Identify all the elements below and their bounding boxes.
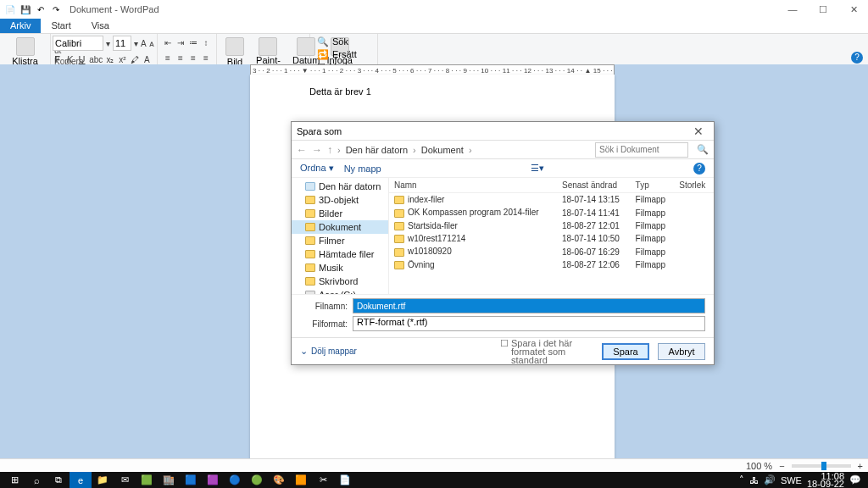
breadcrumb-item[interactable]: Den här datorn (346, 145, 408, 155)
tree-item[interactable]: Skrivbord (292, 274, 388, 288)
table-row[interactable]: index-filer18-07-14 13:15Filmapp (389, 193, 714, 207)
indent-increase-icon[interactable]: ⇥ (175, 36, 186, 49)
font-size-input[interactable] (113, 36, 131, 51)
view-options-icon[interactable]: ☰▾ (531, 163, 544, 174)
nav-back-icon[interactable]: ← (297, 144, 307, 156)
quick-access-toolbar: 📄 💾 ↶ ↷ (3, 3, 63, 16)
col-name[interactable]: Namn (389, 178, 557, 193)
new-folder-button[interactable]: Ny mapp (344, 164, 381, 174)
align-justify-icon[interactable]: ≡ (201, 51, 211, 64)
title-bar: 📄 💾 ↶ ↷ Dokument - WordPad — ☐ ✕ (0, 0, 868, 19)
taskbar-app[interactable]: 🔵 (224, 472, 246, 488)
taskbar-app[interactable]: 🟢 (246, 472, 268, 488)
nav-forward-icon[interactable]: → (312, 144, 322, 156)
taskbar-app[interactable]: 🟩 (136, 472, 158, 488)
align-left-icon[interactable]: ≡ (163, 51, 173, 64)
close-button[interactable]: ✕ (846, 4, 861, 15)
taskview-button[interactable]: ⧉ (47, 472, 70, 488)
shrink-font-icon[interactable]: ᴀ (149, 36, 154, 50)
line-spacing-icon[interactable]: ↕ (201, 36, 211, 49)
minimize-button[interactable]: — (785, 4, 800, 15)
col-date[interactable]: Senast ändrad (557, 178, 631, 193)
format-select[interactable]: RTF-format (*.rtf) (353, 316, 705, 331)
zoom-slider[interactable] (792, 464, 851, 468)
paint-icon (259, 37, 277, 56)
tray-volume-icon[interactable]: 🔊 (764, 474, 776, 485)
tray-chevron-icon[interactable]: ˄ (739, 474, 744, 485)
table-row[interactable]: Startsida-filer18-08-27 12:01Filmapp (389, 219, 714, 232)
taskbar-app[interactable]: ✂ (312, 472, 334, 488)
grow-font-icon[interactable]: A (141, 36, 147, 50)
taskbar-app[interactable]: 🟪 (202, 472, 224, 488)
maximize-button[interactable]: ☐ (815, 4, 831, 15)
table-row[interactable]: Övning18-08-27 12:06Filmapp (389, 258, 714, 271)
tab-start[interactable]: Start (41, 19, 81, 33)
zoom-out-button[interactable]: − (779, 461, 784, 471)
tab-file[interactable]: Arkiv (0, 19, 41, 33)
hide-folders-button[interactable]: Dölj mappar (311, 347, 357, 356)
taskbar: ⊞ ⌕ ⧉ e 📁 ✉ 🟩 🏬 🟦 🟪 🔵 🟢 🎨 🟧 ✂ 📄 ˄ 🖧 🔊 SW… (0, 472, 868, 488)
filename-input[interactable] (353, 298, 705, 313)
col-type[interactable]: Typ (631, 178, 675, 193)
ribbon-tabs: Arkiv Start Visa (0, 19, 868, 34)
search-button[interactable]: ⌕ (25, 472, 47, 488)
status-bar: 100 % − + (0, 458, 868, 472)
tree-item[interactable]: Dokument (292, 220, 388, 234)
chevron-down-icon[interactable]: ▾ (106, 36, 110, 50)
chevron-down-icon[interactable]: ▾ (134, 36, 138, 50)
tab-view[interactable]: Visa (81, 19, 120, 33)
table-row[interactable]: OK Kompassen program 2014-filer18-07-14 … (389, 206, 714, 219)
search-icon: 🔍 (317, 36, 329, 47)
tray-notifications-icon[interactable]: 💬 (849, 474, 861, 485)
search-icon[interactable]: 🔍 (697, 144, 709, 155)
taskbar-app[interactable]: 🏬 (158, 472, 180, 488)
align-right-icon[interactable]: ≡ (188, 51, 198, 64)
help-button[interactable]: ? (851, 52, 863, 64)
list-icon[interactable]: ≔ (188, 36, 198, 49)
tree-item[interactable]: Acer (C:) (292, 288, 388, 294)
tree-item[interactable]: Musik (292, 261, 388, 274)
chevron-down-icon[interactable]: ⌄ (300, 346, 308, 357)
taskbar-app[interactable]: ✉ (114, 472, 136, 488)
tree-item[interactable]: Hämtade filer (292, 247, 388, 261)
replace-button[interactable]: 🔁Ersätt (315, 48, 372, 61)
dialog-close-button[interactable]: ✕ (688, 125, 709, 138)
undo-icon[interactable]: ↶ (34, 3, 47, 16)
organize-button[interactable]: Ordna ▾ (300, 163, 334, 174)
save-button[interactable]: Spara (602, 343, 649, 360)
tree-item[interactable]: Bilder (292, 207, 388, 220)
taskbar-app[interactable]: 📁 (92, 472, 114, 488)
zoom-in-button[interactable]: + (858, 461, 863, 471)
tray-clock[interactable]: 11:08 18-09-22 (807, 473, 844, 488)
folder-tree[interactable]: Den här datorn3D-objektBilderDokumentFil… (292, 178, 389, 294)
tree-item[interactable]: Den här datorn (292, 180, 388, 193)
taskbar-app[interactable]: 🎨 (268, 472, 290, 488)
start-button[interactable]: ⊞ (3, 472, 25, 488)
col-size[interactable]: Storlek (674, 178, 714, 193)
taskbar-app[interactable]: e (70, 472, 92, 488)
align-center-icon[interactable]: ≡ (175, 51, 186, 64)
tree-item[interactable]: Filmer (292, 234, 388, 247)
cancel-button[interactable]: Avbryt (658, 343, 705, 360)
save-icon[interactable]: 💾 (19, 3, 32, 16)
indent-decrease-icon[interactable]: ⇤ (163, 36, 173, 49)
breadcrumb-item[interactable]: Dokument (421, 145, 464, 155)
taskbar-app[interactable]: 📄 (334, 472, 356, 488)
tray-language[interactable]: SWE (781, 475, 802, 485)
font-name-input[interactable] (53, 36, 103, 51)
redo-icon[interactable]: ↷ (49, 3, 63, 16)
table-row[interactable]: w10rest17121418-07-14 10:50Filmapp (389, 232, 714, 245)
nav-up-icon[interactable]: ↑ (327, 144, 332, 156)
table-row[interactable]: w1018092018-06-07 16:29Filmapp (389, 245, 714, 258)
dialog-help-button[interactable]: ? (693, 163, 705, 175)
tree-item[interactable]: 3D-objekt (292, 193, 388, 207)
taskbar-app[interactable]: 🟦 (180, 472, 202, 488)
dialog-search-input[interactable] (595, 142, 688, 158)
tray-network-icon[interactable]: 🖧 (749, 475, 759, 485)
wordpad-icon: 📄 (3, 3, 17, 16)
save-default-checkbox[interactable]: ☐ Spara i det här formatet som standard (500, 339, 593, 364)
taskbar-app[interactable]: 🟧 (290, 472, 312, 488)
document-text[interactable]: Detta är brev 1 (309, 86, 555, 97)
find-button[interactable]: 🔍Sök (315, 36, 372, 48)
file-list[interactable]: Namn Senast ändrad Typ Storlek index-fil… (389, 178, 714, 294)
